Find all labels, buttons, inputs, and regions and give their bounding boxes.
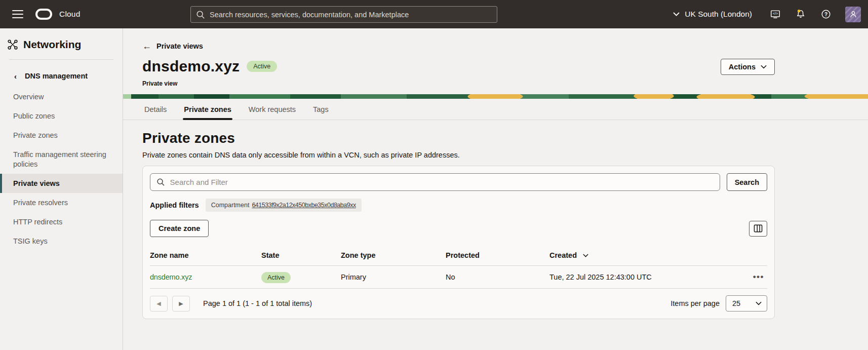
section-description: Private zones contain DNS data only acce…	[142, 151, 775, 159]
next-page-icon: ▶	[179, 300, 183, 307]
sidebar-item-private-views[interactable]: Private views	[0, 174, 123, 193]
sort-descending-icon	[583, 254, 588, 257]
col-state: State	[261, 251, 341, 259]
search-button[interactable]: Search	[727, 173, 767, 191]
col-protected: Protected	[446, 251, 549, 259]
global-search-input[interactable]	[210, 11, 492, 19]
status-badge: Active	[247, 61, 277, 72]
applied-filters-label: Applied filters	[150, 201, 199, 209]
sidebar-item-http-redirects[interactable]: HTTP redirects	[0, 212, 123, 231]
zones-panel: Search Applied filters Compartment 64153…	[142, 166, 775, 319]
col-zone-name: Zone name	[150, 251, 261, 259]
help-button[interactable]: ?	[820, 8, 832, 20]
search-icon	[196, 10, 205, 19]
oracle-logo[interactable]	[35, 9, 52, 20]
created-cell: Tue, 22 Jul 2025 12:43:00 UTC	[549, 273, 745, 281]
sidebar-item-tsig-keys[interactable]: TSIG keys	[0, 231, 123, 251]
networking-icon	[7, 39, 18, 50]
page-subtitle: Private view	[142, 80, 775, 87]
search-filter-input[interactable]	[170, 178, 714, 186]
next-page-button[interactable]: ▶	[172, 296, 190, 312]
tab-private-zones[interactable]: Private zones	[183, 99, 232, 120]
chevron-down-icon	[673, 12, 680, 16]
global-search[interactable]	[190, 6, 497, 23]
row-actions-menu[interactable]: •••	[745, 272, 767, 282]
sidebar-item-traffic-management[interactable]: Traffic management steering policies	[0, 145, 123, 173]
sidebar: Networking ‹ DNS management Overview Pub…	[0, 28, 123, 350]
back-arrow-icon: ←	[142, 42, 151, 51]
bell-icon	[795, 9, 806, 20]
col-created[interactable]: Created	[549, 251, 745, 259]
brand-label: Cloud	[59, 10, 81, 19]
search-icon	[156, 178, 165, 186]
compartment-id: 641533f9x2a12x450bxbe35x0d8aba9xx	[252, 202, 356, 209]
chevron-down-icon	[761, 65, 767, 69]
zones-table: Zone name State Zone type Protected Crea…	[150, 246, 767, 289]
svg-text:</>: </>	[773, 12, 778, 15]
divider	[9, 59, 113, 60]
sidebar-section-dns-management[interactable]: ‹ DNS management	[0, 67, 123, 85]
region-label: UK South (London)	[685, 10, 752, 19]
page-title: dnsdemo.xyz	[142, 58, 240, 75]
columns-icon	[754, 224, 763, 232]
col-zone-type: Zone type	[341, 251, 446, 259]
sidebar-nav: Overview Public zones Private zones Traf…	[0, 87, 123, 251]
protected-cell: No	[446, 273, 549, 281]
top-header: Cloud UK South (London) </> ?	[0, 0, 868, 28]
avatar[interactable]	[845, 7, 861, 22]
decorative-banner	[123, 94, 868, 99]
pagination: ◀ ▶ Page 1 of 1 (1 - 1 of 1 total items)…	[150, 295, 767, 313]
sidebar-item-private-resolvers[interactable]: Private resolvers	[0, 193, 123, 212]
create-zone-button[interactable]: Create zone	[150, 220, 209, 237]
help-icon: ?	[820, 9, 832, 20]
back-link[interactable]: ← Private views	[142, 42, 203, 51]
section-heading: Private zones	[142, 130, 775, 146]
svg-text:?: ?	[824, 12, 827, 17]
pagination-text: Page 1 of 1 (1 - 1 of 1 total items)	[203, 299, 312, 307]
tab-work-requests[interactable]: Work requests	[248, 99, 297, 120]
zone-name-link[interactable]: dnsdemo.xyz	[150, 273, 192, 281]
tabs-bar: Details Private zones Work requests Tags	[123, 99, 868, 120]
compartment-filter-chip[interactable]: Compartment 641533f9x2a12x450bxbe35x0d8a…	[206, 199, 362, 212]
cloud-shell-button[interactable]: </>	[769, 8, 781, 20]
sidebar-item-public-zones[interactable]: Public zones	[0, 106, 123, 126]
search-filter-field[interactable]	[150, 173, 720, 191]
table-row: dnsdemo.xyz Active Primary No Tue, 22 Ju…	[150, 266, 767, 289]
chevron-left-icon: ‹	[14, 72, 17, 80]
notifications-button[interactable]	[795, 8, 807, 20]
table-header: Zone name State Zone type Protected Crea…	[150, 246, 767, 266]
previous-page-icon: ◀	[156, 300, 161, 307]
tab-details[interactable]: Details	[143, 99, 168, 120]
actions-button[interactable]: Actions	[721, 59, 775, 75]
hamburger-menu-icon[interactable]	[12, 10, 23, 18]
user-icon	[848, 9, 858, 19]
region-selector[interactable]: UK South (London)	[673, 10, 752, 19]
tab-tags[interactable]: Tags	[312, 99, 330, 120]
items-per-page-label: Items per page	[670, 299, 720, 307]
sidebar-item-private-zones[interactable]: Private zones	[0, 126, 123, 145]
sidebar-item-overview[interactable]: Overview	[0, 87, 123, 106]
manage-columns-button[interactable]	[749, 221, 767, 237]
chevron-down-icon	[756, 301, 762, 305]
previous-page-button[interactable]: ◀	[150, 296, 168, 312]
zone-state-badge: Active	[261, 272, 291, 283]
cloud-shell-icon: </>	[770, 9, 781, 20]
main-content: ← Private views dnsdemo.xyz Active Priva…	[123, 28, 868, 350]
zone-type-cell: Primary	[341, 273, 446, 281]
sidebar-title: Networking	[23, 38, 81, 51]
items-per-page-select[interactable]: 25	[726, 295, 767, 312]
